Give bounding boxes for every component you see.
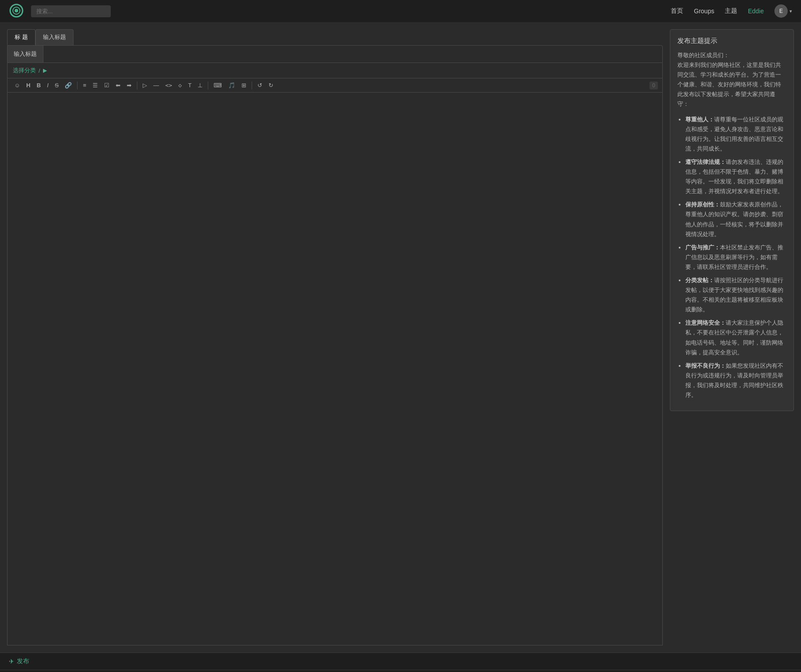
tab-title[interactable]: 标 题 xyxy=(7,29,35,45)
tips-item-6: 注意网络安全：请大家注意保护个人隐私，不要在社区中公开泄露个人信息，如电话号码、… xyxy=(685,318,786,357)
nav-home[interactable]: 首页 xyxy=(671,7,683,15)
category-row: 选择分类 / ▶ xyxy=(7,63,663,78)
nav-topics[interactable]: 主题 xyxy=(725,7,737,15)
publish-bar: ✈ 发布 xyxy=(0,653,801,670)
toolbar-text-size[interactable]: T xyxy=(186,81,194,89)
category-select[interactable]: 选择分类 xyxy=(13,66,36,74)
toolbar-divider-4 xyxy=(252,82,252,89)
toolbar-char-count: 0 xyxy=(649,82,658,89)
left-panel: 标 题 输入标题 输入标题 选择分类 / ▶ ☺ H B I S 🔗 ≡ ☰ ☑… xyxy=(7,29,663,645)
toolbar-outdent[interactable]: ⬅ xyxy=(113,81,123,89)
toolbar-undo[interactable]: ↺ xyxy=(255,81,264,89)
tabs: 标 题 输入标题 xyxy=(7,29,663,45)
tips-item-7: 举报不良行为：如果您发现社区内有不良行为或违规行为，请及时向管理员举报，我们将及… xyxy=(685,361,786,400)
tips-item-5: 分类发帖：请按照社区的分类导航进行发帖，以便于大家更快地找到感兴趣的内容。不相关… xyxy=(685,276,786,315)
title-input[interactable] xyxy=(43,47,662,62)
tips-title: 发布主题提示 xyxy=(677,37,786,45)
tab-input-title[interactable]: 输入标题 xyxy=(35,29,74,45)
toolbar-list-unordered[interactable]: ≡ xyxy=(81,81,89,89)
tips-item-1: 尊重他人：请尊重每一位社区成员的观点和感受，避免人身攻击、恶意言论和歧视行为。让… xyxy=(685,115,786,154)
main-layout: 标 题 输入标题 输入标题 选择分类 / ▶ ☺ H B I S 🔗 ≡ ☰ ☑… xyxy=(0,22,801,653)
toolbar-italic[interactable]: I xyxy=(45,81,51,89)
toolbar-audio[interactable]: 🎵 xyxy=(226,81,237,89)
toolbar-code-inline[interactable]: <> xyxy=(163,81,175,89)
tips-list: 尊重他人：请尊重每一位社区成员的观点和感受，避免人身攻击、恶意言论和歧视行为。让… xyxy=(677,115,786,400)
toolbar-table[interactable]: ⊞ xyxy=(239,81,249,89)
toolbar-text-color[interactable]: ⊥ xyxy=(195,81,205,89)
toolbar-blockquote[interactable]: ▷ xyxy=(140,81,149,89)
toolbar-emoji[interactable]: ☺ xyxy=(12,81,22,89)
title-label: 输入标题 xyxy=(8,46,43,62)
nav-groups[interactable]: Groups xyxy=(694,8,714,15)
tips-intro: 尊敬的社区成员们： 欢迎来到我们的网络社区，这里是我们共同交流、学习和成长的平台… xyxy=(677,50,786,109)
right-panel: 发布主题提示 尊敬的社区成员们： 欢迎来到我们的网络社区，这里是我们共同交流、学… xyxy=(670,29,794,645)
editor-area[interactable] xyxy=(7,93,663,645)
editor-toolbar: ☺ H B I S 🔗 ≡ ☰ ☑ ⬅ ➡ ▷ — <> ◇ T ⊥ ⌨ 🎵 ⊞… xyxy=(7,78,663,93)
svg-point-2 xyxy=(15,9,18,12)
avatar-text: E xyxy=(779,8,783,14)
tips-card: 发布主题提示 尊敬的社区成员们： 欢迎来到我们的网络社区，这里是我们共同交流、学… xyxy=(670,29,794,411)
tips-item-3: 保持原创性：鼓励大家发表原创作品，尊重他人的知识产权。请勿抄袭、剽窃他人的作品，… xyxy=(685,200,786,239)
toolbar-divider-1 xyxy=(77,82,78,89)
toolbar-code-block[interactable]: ◇ xyxy=(176,81,184,89)
nav-user[interactable]: Eddie xyxy=(748,8,764,15)
header: 首页 Groups 主题 Eddie E ▾ xyxy=(0,0,801,22)
main-nav: 首页 Groups 主题 Eddie E ▾ xyxy=(671,4,792,18)
toolbar-divider-2 xyxy=(137,82,137,89)
publish-button[interactable]: ✈ 发布 xyxy=(9,657,29,665)
avatar-dropdown-icon[interactable]: ▾ xyxy=(789,8,792,14)
category-separator: / xyxy=(39,67,40,74)
publish-icon: ✈ xyxy=(9,658,14,665)
toolbar-heading[interactable]: H xyxy=(24,81,32,89)
toolbar-link[interactable]: 🔗 xyxy=(62,81,74,89)
toolbar-divider-3 xyxy=(208,82,208,89)
tips-item-4: 广告与推广：本社区禁止发布广告、推广信息以及恶意刷屏等行为，如有需要，请联系社区… xyxy=(685,243,786,272)
footer: 隐私权与条款 虚拟货币 JSON格式化 xyxy=(0,670,801,672)
tips-item-2: 遵守法律法规：请勿发布违法、违规的信息，包括但不限于色情、暴力、赌博等内容。一经… xyxy=(685,157,786,196)
toolbar-redo[interactable]: ↻ xyxy=(266,81,276,89)
toolbar-strikethrough[interactable]: S xyxy=(53,81,61,89)
toolbar-checklist[interactable]: ☑ xyxy=(102,81,112,89)
toolbar-indent[interactable]: ➡ xyxy=(124,81,134,89)
category-arrow[interactable]: ▶ xyxy=(43,67,47,74)
toolbar-list-ordered[interactable]: ☰ xyxy=(90,81,100,89)
publish-label: 发布 xyxy=(17,657,29,665)
toolbar-bold[interactable]: B xyxy=(35,81,43,89)
toolbar-hr[interactable]: — xyxy=(151,81,161,89)
toolbar-keyboard[interactable]: ⌨ xyxy=(211,81,224,89)
title-row: 输入标题 xyxy=(7,45,663,63)
logo xyxy=(9,3,24,19)
avatar-button[interactable]: E xyxy=(774,4,788,18)
search-input[interactable] xyxy=(31,5,111,17)
